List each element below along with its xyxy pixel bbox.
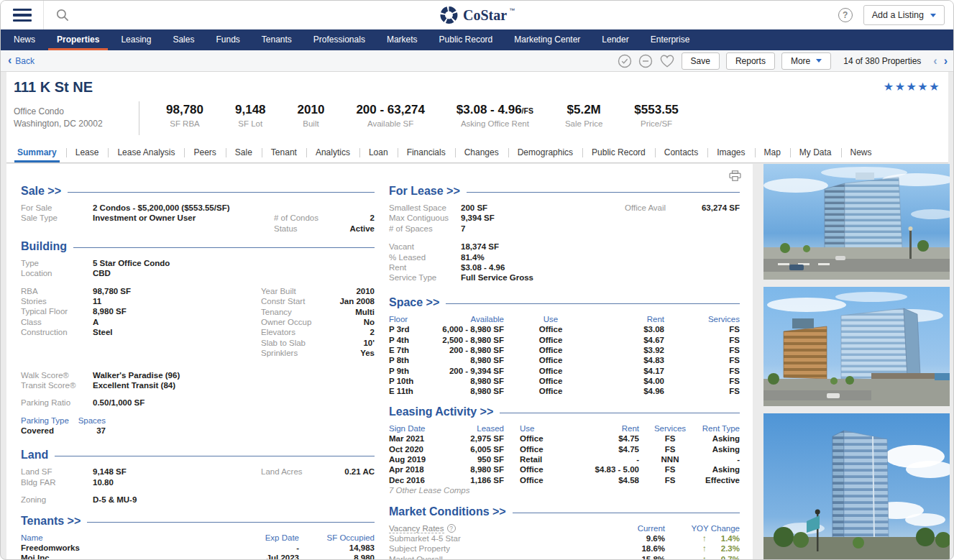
field-row: Parking Ratio0.50/1,000 SF: [21, 398, 375, 408]
tenants-heading-link[interactable]: Tenants >>: [21, 515, 81, 528]
space-row: E 11th 8,980 SF Office $4.96 FS: [389, 386, 740, 396]
print-icon[interactable]: [729, 170, 741, 182]
help-icon[interactable]: ?: [838, 8, 853, 22]
costar-property-page: CoStar ™ ? Add a Listing NewsPropertiesL…: [0, 0, 954, 560]
nav-item[interactable]: Sales: [162, 29, 205, 50]
more-button[interactable]: More: [781, 52, 831, 70]
nav-item[interactable]: Properties: [46, 29, 110, 50]
reports-button[interactable]: Reports: [726, 52, 775, 70]
tab[interactable]: Demographics: [508, 143, 582, 162]
back-label: Back: [15, 56, 35, 66]
other-lease-comps-link[interactable]: 7 Other Lease Comps: [389, 485, 740, 495]
page-title: 111 K St NE: [14, 79, 93, 96]
back-link[interactable]: ‹ Back: [8, 50, 35, 71]
tab[interactable]: News: [841, 143, 881, 162]
property-photo-1[interactable]: [763, 164, 950, 280]
field-row: Year Built2010: [261, 286, 375, 296]
nav-item[interactable]: Tenants: [251, 29, 303, 50]
leasing-table-header: Sign Date Leased Use Rent Services Rent …: [389, 423, 740, 433]
nav-item[interactable]: Public Record: [428, 29, 504, 50]
tab[interactable]: Images: [707, 143, 754, 162]
tab[interactable]: Contacts: [655, 143, 707, 162]
tab[interactable]: Sale: [226, 143, 262, 162]
search-icon[interactable]: [56, 9, 69, 22]
tab[interactable]: Financials: [398, 143, 455, 162]
section-tabs: SummaryLeaseLease AnalysisPeersSaleTenan…: [6, 143, 948, 163]
tab[interactable]: My Data: [790, 143, 841, 162]
tab[interactable]: Loan: [359, 143, 398, 162]
next-property-icon[interactable]: ›: [944, 55, 948, 68]
leasing-activity-heading-link[interactable]: Leasing Activity >>: [389, 405, 493, 418]
market-row: Subject Property 18.6% ↑2.3%: [389, 543, 740, 554]
chevron-left-icon: ‹: [8, 54, 12, 67]
nav-item[interactable]: Markets: [376, 29, 428, 50]
divider: [87, 522, 375, 523]
lease-comp-row: Oct 2020 6,005 SF Office $4.75 FS Asking: [389, 444, 740, 454]
market-table-header: Vacancy Rates? Current YOY Change: [389, 523, 740, 533]
space-section: Space >> Floor Available Use Rent Servic…: [389, 295, 740, 397]
property-counter: 14 of 380 Properties: [843, 56, 921, 66]
tab[interactable]: Lease Analysis: [108, 143, 184, 162]
field-row: Vacant18,374 SF: [389, 242, 740, 252]
field-row: Type5 Star Office Condo: [21, 258, 375, 268]
nav-item[interactable]: Enterprise: [640, 29, 701, 50]
property-address: Washington, DC 20002: [14, 118, 103, 130]
sale-heading-link[interactable]: Sale >>: [21, 185, 61, 198]
nav-item[interactable]: News: [3, 29, 46, 50]
space-row: E 7th 200 - 8,980 SF Office $3.92 FS: [389, 345, 740, 355]
tab[interactable]: Analytics: [306, 143, 359, 162]
toolbar: ‹ Back Save Reports More 14 of 380 Prope…: [1, 50, 953, 72]
tab[interactable]: Tenant: [262, 143, 306, 162]
land-section: Land Land SF9,148 SFBldg FAR10.80 Land A…: [21, 448, 375, 505]
info-icon[interactable]: ?: [447, 524, 456, 533]
space-row: P 9th 200 - 9,394 SF Office $4.17 FS: [389, 366, 740, 376]
tab[interactable]: Lease: [66, 143, 109, 162]
prev-property-icon[interactable]: ‹: [933, 55, 937, 68]
field-row: Land Acres0.21 AC: [261, 467, 375, 477]
divider: [43, 1, 44, 29]
tab[interactable]: Changes: [455, 143, 508, 162]
tab[interactable]: Map: [755, 143, 790, 162]
stat: 9,148 SF Lot: [219, 103, 282, 128]
field-row: Slab to Slab10': [261, 338, 375, 348]
property-photo-2[interactable]: [763, 287, 950, 406]
menu-icon[interactable]: [13, 9, 32, 22]
check-circle-icon[interactable]: [618, 54, 632, 68]
field-row: TenancyMulti: [261, 307, 375, 317]
favorite-heart-icon[interactable]: [659, 54, 675, 68]
stat: $5.2M Sale Price: [549, 103, 618, 128]
tab[interactable]: Peers: [184, 143, 225, 162]
nav-item[interactable]: Leasing: [110, 29, 162, 50]
divider: [73, 247, 375, 248]
tenants-table-header: Name Exp Date SF Occupied: [21, 533, 375, 543]
for-lease-heading-link[interactable]: For Lease >>: [389, 185, 460, 198]
nav-item[interactable]: Funds: [205, 29, 250, 50]
nav-item[interactable]: Lender: [591, 29, 639, 50]
field-row: Owner OccupNo: [261, 317, 375, 327]
lease-comp-row: Apr 2018 8,980 SF Office $4.83 - 5.00 FS…: [389, 464, 740, 474]
market-conditions-heading-link[interactable]: Market Conditions >>: [389, 505, 506, 518]
divider: [513, 513, 740, 513]
stat: 98,780 SF RBA: [150, 103, 219, 128]
add-listing-button[interactable]: Add a Listing: [863, 5, 945, 25]
lease-comp-row: Dec 2016 1,186 SF Office $4.58 FS Effect…: [389, 475, 740, 485]
tab[interactable]: Summary: [8, 143, 66, 162]
save-button[interactable]: Save: [682, 52, 720, 70]
minus-circle-icon[interactable]: [638, 54, 653, 68]
divider: [467, 192, 740, 193]
costar-logo-icon: [439, 6, 458, 24]
market-conditions-section: Market Conditions >> Vacancy Rates? Curr…: [389, 505, 740, 560]
space-row: P 10th 8,980 SF Office $4.00 FS: [389, 376, 740, 386]
tenants-section: Tenants >> Name Exp Date SF Occupied Fre…: [21, 514, 375, 560]
key-stats: 98,780 SF RBA 9,148 SF Lot 2010 Built 20…: [150, 103, 694, 128]
space-heading-link[interactable]: Space >>: [389, 296, 439, 309]
tab[interactable]: Public Record: [582, 143, 655, 162]
for-lease-section: For Lease >> Smallest Space200 SFMax Con…: [389, 184, 740, 283]
nav-item[interactable]: Marketing Center: [503, 29, 591, 50]
field-row: Max Contiguous9,394 SF: [389, 213, 740, 223]
divider: [55, 456, 375, 456]
nav-item[interactable]: Professionals: [303, 29, 376, 50]
vacancy-rates-link[interactable]: Vacancy Rates: [389, 524, 444, 533]
parking-table-header: Parking Type Spaces: [21, 416, 375, 426]
property-photo-3[interactable]: [763, 413, 950, 560]
